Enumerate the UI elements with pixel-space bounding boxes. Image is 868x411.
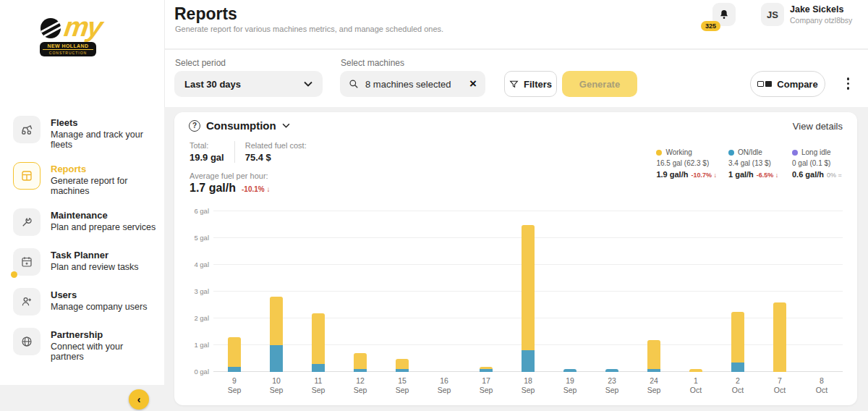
x-axis-tick: 19Sep [549,376,591,395]
chart-bar-group[interactable]: 11Sep [297,211,339,372]
bar-segment-working[interactable] [312,313,325,364]
bar-segment-on-idle[interactable] [605,369,618,372]
fleet-machine-icon [13,116,41,143]
bar-segment-working[interactable] [354,353,367,369]
user-block[interactable]: Jake Sickels Company otzl8bsy [790,4,862,25]
x-axis-tick: 9Sep [213,376,255,395]
chart-bar-group[interactable]: 9Sep [213,211,255,372]
consumption-title: Consumption [206,119,276,132]
sidebar-item-reports[interactable]: Reports Generate report for machines [13,162,157,196]
chart-bar-group[interactable]: 24Sep [633,211,675,372]
sidebar-item-subtitle: Plan and review tasks [51,262,139,272]
chart-bar-group[interactable]: 10Sep [255,211,297,372]
sidebar-item-subtitle: Connect with your partners [51,342,157,362]
chart-bar-group[interactable]: 7Oct [759,211,801,372]
bar-segment-on-idle[interactable] [647,369,660,372]
x-axis-tick: 10Sep [255,376,297,395]
chart-bar-group[interactable]: 15Sep [381,211,423,372]
notification-count-badge: 325 [701,21,720,31]
period-select[interactable]: Last 30 days [174,71,323,97]
total-label: Total: [190,141,224,150]
x-axis-tick: 16Sep [423,376,465,395]
bar-segment-on-idle[interactable] [270,345,283,372]
bar-segment-on-idle[interactable] [354,369,367,372]
bar-segment-on-idle[interactable] [522,350,535,372]
sidebar: my NEW HOLLAND CONSTRUCTION Fleets Manag… [0,0,164,385]
bar-segment-working[interactable] [522,225,535,351]
legend-delta: -10.7% ↓ [691,171,717,179]
chart-bar-group[interactable]: 12Sep [339,211,381,372]
filters-label: Filters [524,79,552,90]
report-toolbar: Select period Last 30 days Select machin… [165,50,868,107]
avg-fuel-delta: -10.1% ↓ [242,185,270,193]
chart-bar-group[interactable]: 2Oct [717,211,759,372]
chart-bar-group[interactable]: 8Oct [801,211,843,372]
more-options-button[interactable] [847,77,850,90]
legend-rate: 0.6 gal/h [792,170,824,179]
globe-icon [13,328,41,355]
x-axis-tick: 11Sep [297,376,339,395]
filter-funnel-icon [509,80,519,89]
chevron-down-icon [304,81,312,87]
bar-segment-on-idle[interactable] [563,369,576,372]
bar-segment-working[interactable] [773,302,786,372]
view-details-link[interactable]: View details [793,121,843,132]
chart-bar-group[interactable]: 19Sep [549,211,591,372]
bar-segment-working[interactable] [689,369,702,372]
x-axis-tick: 24Sep [633,376,675,395]
chart-bar-group[interactable]: 23Sep [591,211,633,372]
info-icon[interactable]: ? [189,120,200,132]
chart-plot: 0 gal1 gal2 gal3 gal4 gal5 gal6 gal9Sep1… [213,211,843,372]
legend-name: Long idle [801,148,831,156]
x-axis-tick: 7Oct [759,376,801,395]
sidebar-item-partnership[interactable]: Partnership Connect with your partners [13,328,157,362]
bar-segment-working[interactable] [480,367,493,370]
consumption-stats: Total: 19.9 gal Related fuel cost: 75.4 … [190,141,307,195]
sidebar-item-subtitle: Plan and prepare services [51,222,156,232]
bar-segment-working[interactable] [647,340,660,370]
chart-bar-group[interactable]: 17Sep [465,211,507,372]
machines-value: 8 machines selected [365,79,463,90]
bar-segment-on-idle[interactable] [731,363,744,372]
chart-bar-group[interactable]: 16Sep [423,211,465,372]
chart-bar-group[interactable]: 18Sep [507,211,549,372]
bar-segment-working[interactable] [228,337,241,367]
machines-search-input[interactable]: 8 machines selected × [340,71,485,97]
brand-wordmark: my [63,16,103,38]
generate-label: Generate [579,79,620,90]
compare-button[interactable]: Compare [750,71,825,97]
sidebar-item-fleets[interactable]: Fleets Manage and track your fleets [13,116,157,150]
consumption-section-toggle[interactable]: ? Consumption [189,119,290,132]
reports-grid-icon [13,162,41,190]
sidebar-collapse-button[interactable]: ‹ [129,389,149,410]
y-axis-tick: 5 gal [184,234,209,242]
bar-segment-on-idle[interactable] [228,367,241,372]
sidebar-item-users[interactable]: Users Manage company users [13,288,157,315]
compare-icon [757,81,772,87]
bar-segment-on-idle[interactable] [312,364,325,372]
sidebar-item-task-planner[interactable]: Task Planner Plan and review tasks [13,248,157,276]
bar-segment-working[interactable] [270,297,283,345]
legend-amount: 3.4 gal (13 $) [728,159,780,167]
working-dot-icon [656,150,662,156]
x-axis-tick: 17Sep [465,376,507,395]
sidebar-item-title: Maintenance [51,208,156,221]
chart-bar-group[interactable]: 1Oct [675,211,717,372]
avg-fuel-label: Average fuel per hour: [190,171,307,180]
bar-segment-working[interactable] [396,359,409,370]
bar-segment-on-idle[interactable] [480,369,493,372]
notifications-button[interactable]: 325 [712,3,736,26]
generate-button[interactable]: Generate [562,71,637,97]
filters-button[interactable]: Filters [504,71,557,97]
clear-machines-icon[interactable]: × [469,77,477,91]
app-logo[interactable]: my NEW HOLLAND CONSTRUCTION [38,16,125,56]
page-title: Reports [174,4,237,24]
chevron-down-icon [282,123,290,128]
bar-segment-working[interactable] [731,312,744,363]
x-axis-tick: 18Sep [507,376,549,395]
fuel-cost-value: 75.4 $ [245,152,307,163]
sidebar-item-maintenance[interactable]: Maintenance Plan and prepare services [13,208,157,236]
avatar[interactable]: JS [761,3,784,26]
legend-rate: 1.9 gal/h [656,170,688,179]
bar-segment-on-idle[interactable] [396,369,409,372]
